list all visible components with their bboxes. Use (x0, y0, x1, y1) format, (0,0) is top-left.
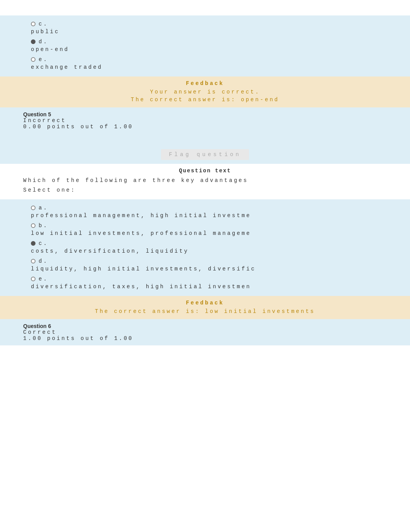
q5-option-a-row[interactable]: a. (0, 203, 410, 212)
q5-option-b-label: b. (39, 223, 48, 229)
radio-c[interactable] (31, 22, 36, 26)
q5-points: 0.00 points out of 1.00 (23, 124, 387, 130)
question6-header: Question 6 Correct 1.00 points out of 1.… (0, 319, 410, 345)
q5-feedback-line1: The correct answer is: low initial inves… (0, 308, 410, 315)
question4-options-block: c. public d. open-end e. exchange traded (0, 15, 410, 76)
q5-option-d-text: liquidity, high initial investments, div… (0, 266, 410, 274)
q5-select-one: Select one: (23, 185, 387, 195)
q5-option-b-row[interactable]: b. (0, 221, 410, 230)
q5-option-a-label: a. (39, 205, 48, 211)
question5-options-block: a. professional management, high initial… (0, 199, 410, 296)
q5-radio-c[interactable] (31, 241, 36, 246)
q4-feedback-line2: The correct answer is: open-end (0, 96, 410, 104)
q5-option-d-label: d. (39, 258, 48, 264)
q5-option-e-label: e. (39, 276, 48, 282)
radio-d[interactable] (31, 39, 36, 44)
flag-question-label[interactable]: Flag question (161, 149, 249, 160)
q5-text-block: Question text Which of the following are… (0, 164, 410, 199)
q5-status: Incorrect (23, 117, 387, 124)
q5-radio-e[interactable] (31, 277, 36, 281)
q5-option-a-text: professional management, high initial in… (0, 212, 410, 221)
question4-feedback-block: Feedback Your answer is correct. The cor… (0, 76, 410, 107)
q5-option-c-row[interactable]: c. (0, 239, 410, 248)
option-d-label: d. (39, 39, 48, 45)
q5-option-e-text: diversification, taxes, high initial inv… (0, 284, 410, 292)
q5-flag-area: Flag question (0, 134, 410, 164)
page-container: c. public d. open-end e. exchange traded… (0, 0, 410, 532)
radio-e[interactable] (31, 57, 36, 62)
option-e-row[interactable]: e. (0, 55, 410, 64)
q5-feedback-title: Feedback (0, 300, 410, 306)
q5-option-c-label: c. (39, 240, 48, 246)
q5-body-text: Which of the following are three key adv… (23, 176, 387, 185)
option-d-text: open-end (0, 46, 410, 55)
q5-radio-b[interactable] (31, 223, 36, 228)
q5-option-e-row[interactable]: e. (0, 274, 410, 284)
q5-option-c-text: costs, diversification, liquidity (0, 248, 410, 257)
q6-points: 1.00 points out of 1.00 (23, 335, 387, 342)
q5-number: Question 5 (23, 111, 387, 117)
q6-number: Question 6 (23, 323, 387, 329)
option-e-label: e. (39, 56, 48, 63)
option-c-text: public (0, 29, 410, 37)
option-c-row[interactable]: c. (0, 19, 410, 29)
q5-option-b-text: low initial investments, professional ma… (0, 230, 410, 239)
q5-radio-a[interactable] (31, 206, 36, 210)
question5-header: Question 5 Incorrect 0.00 points out of … (0, 107, 410, 134)
q4-feedback-title: Feedback (0, 80, 410, 87)
option-d-row[interactable]: d. (0, 37, 410, 46)
q4-feedback-line1: Your answer is correct. (0, 88, 410, 96)
q5-text-title: Question text (23, 168, 387, 174)
q5-option-d-row[interactable]: d. (0, 257, 410, 266)
option-c-label: c. (39, 21, 48, 27)
q5-radio-d[interactable] (31, 259, 36, 263)
option-e-text: exchange traded (0, 64, 410, 73)
q6-status: Correct (23, 329, 387, 335)
question5-feedback-block: Feedback The correct answer is: low init… (0, 296, 410, 319)
